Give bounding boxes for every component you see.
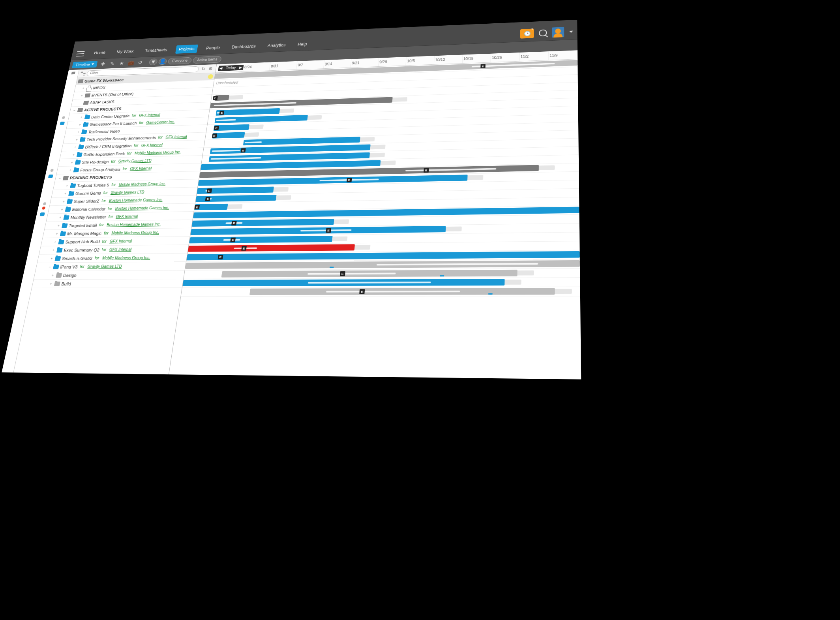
client-link[interactable]: GFX Internal	[116, 214, 138, 219]
gantt-bar[interactable]: E	[214, 124, 249, 131]
gantt-bar[interactable]: E	[215, 95, 229, 101]
star-icon[interactable]: ★	[118, 60, 126, 66]
edit-icon[interactable]: ✎	[109, 60, 116, 66]
gantt-bar[interactable]: E	[221, 270, 518, 278]
nav-my-work[interactable]: My Work	[113, 47, 137, 56]
gantt-bar[interactable]	[182, 279, 505, 286]
tree-item[interactable]: + Build	[32, 279, 183, 288]
rail-item-icon[interactable]	[71, 72, 75, 75]
gantt-bar[interactable]: E	[212, 132, 245, 138]
expand-toggle[interactable]: +	[51, 248, 56, 252]
expand-toggle[interactable]: +	[49, 257, 54, 261]
client-link[interactable]: Gravity Games LTD	[111, 190, 145, 195]
client-link[interactable]: GameCenter Inc.	[146, 120, 175, 125]
date-today-button[interactable]: Today	[223, 65, 238, 71]
rail-chat-icon[interactable]	[60, 122, 65, 125]
filter-everyone-pill[interactable]: Everyone	[168, 57, 192, 64]
nav-dashboards[interactable]: Dashboards	[228, 42, 259, 51]
expand-toggle[interactable]: +	[81, 86, 86, 90]
tree-item[interactable]: + Smash-n-Grab2forMobile Madness Group I…	[38, 254, 188, 263]
expand-toggle[interactable]: +	[51, 273, 55, 277]
expand-toggle[interactable]: +	[54, 232, 59, 236]
refresh-icon[interactable]: ↻	[200, 66, 206, 71]
gantt-bar[interactable]: E	[189, 236, 332, 243]
expand-toggle[interactable]: +	[63, 192, 68, 195]
hierarchy-icon[interactable]	[80, 71, 86, 75]
gantt-bar[interactable]: E	[192, 219, 334, 227]
sync-icon[interactable]: ↺	[137, 59, 144, 65]
client-link[interactable]: GFX Internal	[139, 113, 160, 117]
tree-item[interactable]: − iPong V3forGravity Games LTD	[36, 262, 186, 271]
client-link[interactable]: Boston Homemade Games Inc.	[109, 198, 163, 203]
filter-funnel-icon[interactable]: ▼	[149, 58, 158, 65]
gantt-bar[interactable]	[185, 260, 580, 269]
expand-toggle[interactable]: +	[58, 216, 63, 219]
client-link[interactable]: GFX Internal	[165, 135, 188, 139]
client-link[interactable]: GFX Internal	[130, 166, 152, 171]
rail-dot-icon[interactable]	[62, 116, 65, 119]
gantt-bar[interactable]: E	[188, 244, 355, 252]
expand-toggle[interactable]: +	[71, 153, 76, 156]
timeline-view-button[interactable]: Timeline	[72, 61, 98, 68]
gantt-bar[interactable]: E	[249, 288, 555, 295]
expand-toggle[interactable]: +	[75, 138, 79, 141]
client-link[interactable]: GFX Internal	[141, 143, 163, 147]
gantt-bar-progress	[211, 157, 261, 160]
client-link[interactable]: Mobile Madness Group Inc.	[118, 182, 166, 186]
expand-toggle[interactable]: −	[58, 176, 62, 180]
expand-toggle[interactable]: +	[56, 224, 61, 227]
nav-projects[interactable]: Projects	[175, 45, 198, 54]
client-link[interactable]: GFX Internal	[109, 247, 132, 252]
avatar[interactable]	[552, 27, 564, 38]
nav-home[interactable]: Home	[90, 48, 109, 57]
rail-chat-icon[interactable]	[39, 212, 45, 216]
person-filter-icon[interactable]: 👤	[158, 58, 167, 65]
nav-help[interactable]: Help	[294, 40, 310, 49]
client-link[interactable]: Gravity Games LTD	[87, 264, 122, 269]
client-link[interactable]: Mobile Madness Group Inc.	[102, 256, 151, 260]
client-link[interactable]: Mobile Madness Group Inc.	[111, 231, 160, 235]
client-link[interactable]: Gravity Games LTD	[118, 159, 152, 163]
expand-toggle[interactable]: +	[76, 130, 81, 134]
client-link[interactable]: Boston Homemade Games Inc.	[115, 206, 169, 210]
expand-toggle[interactable]: −	[48, 265, 52, 269]
expand-toggle[interactable]: +	[79, 115, 84, 119]
account-menu-caret-icon[interactable]	[569, 31, 573, 33]
expand-toggle[interactable]: +	[49, 282, 53, 286]
expand-toggle[interactable]: +	[60, 208, 64, 211]
expand-toggle[interactable]: −	[72, 109, 77, 112]
expand-toggle[interactable]: +	[70, 161, 74, 164]
timer-badge[interactable]: 🕑1	[520, 28, 534, 38]
expand-toggle[interactable]: +	[53, 240, 58, 244]
expand-toggle[interactable]: +	[65, 184, 69, 188]
expand-toggle[interactable]: +	[68, 168, 73, 172]
expand-toggle[interactable]: +	[80, 94, 84, 97]
gantt-bar[interactable]: E	[195, 195, 277, 202]
rail-alert-icon[interactable]	[42, 207, 45, 209]
tree-item[interactable]: + Exec Summary Q2forGFX Internal	[39, 245, 188, 254]
client-link[interactable]: Mobile Madness Group Inc.	[134, 150, 181, 155]
nav-people[interactable]: People	[202, 43, 223, 53]
for-label: for	[139, 121, 144, 125]
add-icon[interactable]: ✚	[99, 61, 107, 67]
expand-toggle[interactable]: +	[62, 199, 66, 203]
tree-label: Design	[63, 273, 77, 278]
nav-analytics[interactable]: Analytics	[264, 41, 289, 50]
briefcase-icon[interactable]: 💼	[127, 60, 135, 66]
hamburger-icon[interactable]	[76, 51, 84, 56]
search-icon[interactable]	[539, 29, 547, 36]
gear-icon[interactable]: ⚙	[207, 66, 214, 71]
client-link[interactable]: Boston Homemade Games Inc.	[106, 222, 161, 227]
tree-item[interactable]: + Design	[34, 271, 184, 280]
filter-active-pill[interactable]: Active Items	[193, 56, 222, 63]
gantt-bar[interactable]: E	[216, 108, 280, 116]
rail-chat-icon[interactable]	[48, 175, 53, 178]
client-link[interactable]: GFX Internal	[109, 239, 132, 243]
rail-dot-icon[interactable]	[43, 202, 46, 205]
expand-toggle[interactable]: +	[73, 145, 77, 149]
gantt-bar[interactable]: E	[194, 204, 228, 210]
rail-dot-icon[interactable]	[50, 169, 54, 172]
gantt-bar[interactable]: E	[197, 187, 274, 194]
nav-timesheets[interactable]: Timesheets	[141, 46, 171, 55]
expand-toggle[interactable]: +	[78, 123, 82, 126]
